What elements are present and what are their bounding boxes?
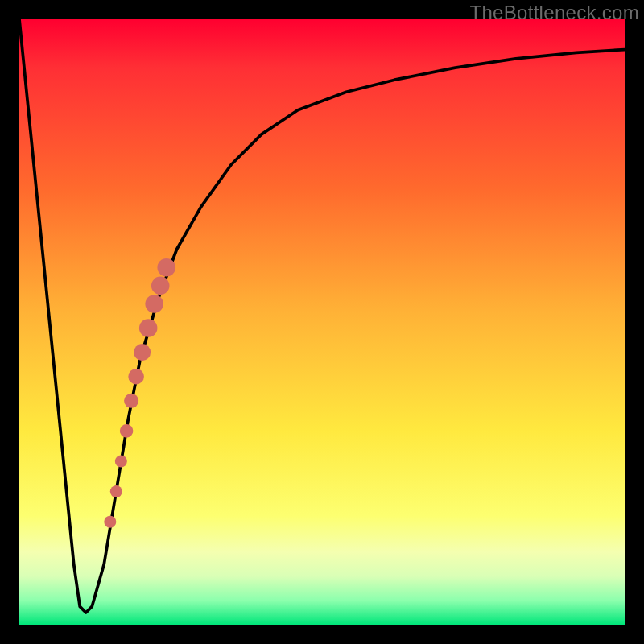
- highlight-markers: [104, 258, 175, 528]
- highlight-marker: [134, 344, 151, 361]
- chart-frame: TheBottleneck.com: [0, 0, 644, 644]
- curve-svg: [19, 19, 625, 625]
- plot-area: [19, 19, 625, 625]
- highlight-marker: [151, 277, 170, 295]
- highlight-marker: [128, 369, 144, 385]
- highlight-marker: [124, 394, 138, 408]
- highlight-marker: [145, 295, 163, 313]
- highlight-marker: [104, 516, 116, 528]
- highlight-marker: [120, 424, 134, 438]
- highlight-marker: [115, 455, 127, 467]
- highlight-marker: [157, 258, 175, 277]
- highlight-marker: [139, 319, 158, 337]
- highlight-marker: [110, 485, 122, 497]
